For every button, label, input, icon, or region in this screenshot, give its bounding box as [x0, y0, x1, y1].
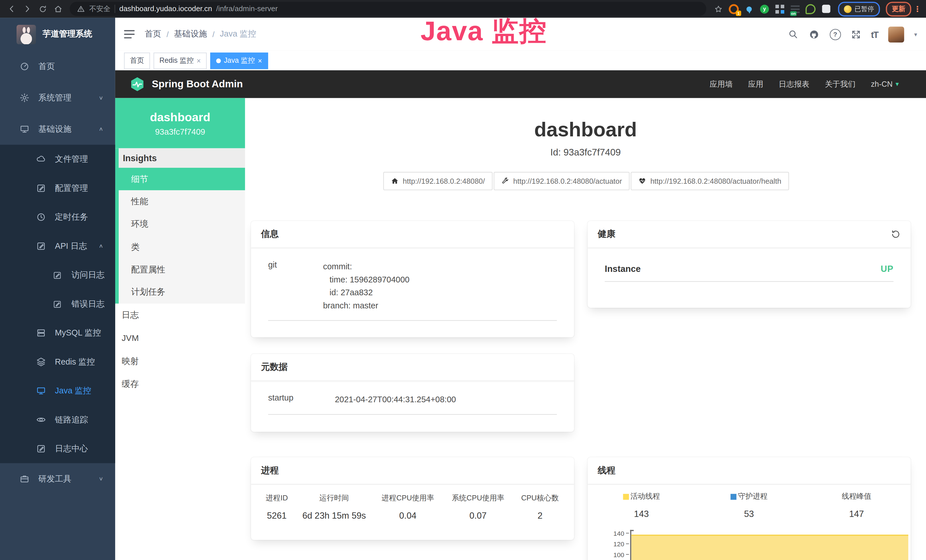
- health-instance-row: Instance UP: [605, 263, 893, 282]
- avatar[interactable]: [888, 26, 904, 42]
- side-menu-item-environment[interactable]: 环境: [119, 213, 245, 236]
- active-dot: [216, 58, 221, 63]
- side-menu-item-logfile[interactable]: 日志: [115, 304, 245, 327]
- panels-right-column: 健康 Instance UP 线程: [587, 221, 911, 560]
- sidebar-item-api-logs[interactable]: API 日志 ∧: [0, 232, 115, 260]
- service-url-button[interactable]: http://192.168.0.2:48080/: [383, 172, 493, 190]
- extension-list-icon[interactable]: on: [790, 4, 800, 14]
- side-menu-item-mappings[interactable]: 映射: [115, 350, 245, 372]
- not-secure-label[interactable]: 不安全: [89, 4, 110, 14]
- user-caret-icon[interactable]: ▾: [914, 31, 917, 38]
- sidebar-item-access-logs[interactable]: 访问日志: [0, 260, 115, 289]
- browser-menu-icon[interactable]: ⋮: [914, 5, 921, 14]
- side-menu-section-label: Insights: [119, 148, 245, 168]
- sidebar-item-error-logs[interactable]: 错误日志: [0, 289, 115, 318]
- profile-emoji-icon: [844, 5, 852, 13]
- sidebar-item-log-center[interactable]: 日志中心: [0, 434, 115, 463]
- breadcrumb-current: Java 监控: [220, 29, 256, 39]
- info-value: commit: time: 1596289704000 id: 27aa832 …: [323, 260, 557, 312]
- browser-update-button[interactable]: 更新: [886, 2, 911, 16]
- cloud-upload-icon: [34, 154, 47, 164]
- sba-nav-journal[interactable]: 日志报表: [779, 79, 809, 89]
- sidebar-item-trace[interactable]: 链路追踪: [0, 406, 115, 434]
- url-path[interactable]: /infra/admin-server: [216, 5, 278, 13]
- profile-paused-chip[interactable]: 已暂停: [838, 2, 880, 16]
- breadcrumb-infrastructure[interactable]: 基础设施: [174, 29, 207, 39]
- breadcrumb-separator: /: [166, 30, 169, 39]
- extension-puzzle-icon[interactable]: [821, 4, 831, 14]
- app-brand[interactable]: 芋道管理系统: [0, 18, 115, 51]
- health-url-button[interactable]: http://192.168.0.2:48080/actuator/health: [631, 172, 789, 190]
- search-icon[interactable]: [788, 29, 798, 39]
- panels-left-column: 信息 git commit: time: 1596289704000 id: 2…: [251, 221, 574, 560]
- browser-reload-icon[interactable]: [35, 2, 50, 16]
- bookmark-star-icon[interactable]: [711, 2, 725, 16]
- sidebar-item-scheduled-jobs[interactable]: 定时任务: [0, 203, 115, 232]
- metadata-startup-row: startup 2021-04-27T00:44:31.254+08:00: [268, 393, 557, 415]
- extension-c-icon[interactable]: 1: [729, 4, 738, 14]
- annotation-java-monitor: Java 监控: [421, 13, 547, 50]
- sba-language-select[interactable]: zh-CN ▾: [871, 80, 899, 89]
- y-axis-line: [630, 530, 631, 560]
- sidebar-item-java-monitor[interactable]: Java 监控: [0, 376, 115, 405]
- side-menu-item-scheduled-tasks[interactable]: 计划任务: [119, 281, 245, 304]
- browser-address-bar[interactable]: 不安全 dashboard.yudao.iocoder.cn/infra/adm…: [70, 2, 706, 16]
- sba-nav-wallboard[interactable]: 应用墙: [710, 79, 732, 89]
- sba-sidebar: dashboard 93a3fc7f7409 Insights 细节 性能 环境…: [115, 98, 245, 560]
- close-icon[interactable]: ×: [258, 56, 262, 65]
- side-menu-item-metrics[interactable]: 性能: [119, 190, 245, 213]
- close-icon[interactable]: ×: [197, 56, 201, 65]
- extension-grid-icon[interactable]: [775, 4, 785, 14]
- sidebar-item-home[interactable]: 首页: [0, 51, 115, 82]
- process-panel: 进程 进程ID 运行时间 进程CPU使用率 系统CPU使用率 CPU核心数: [251, 457, 574, 540]
- sba-brand[interactable]: Spring Boot Admin: [130, 76, 243, 92]
- wrench-icon: [501, 177, 509, 185]
- legend-live-threads: 活动线程 143: [587, 492, 695, 519]
- sidebar-item-dev-tools[interactable]: 研发工具 ∨: [0, 463, 115, 495]
- browser-forward-icon[interactable]: [20, 2, 34, 16]
- side-menu-item-details[interactable]: 细节: [115, 168, 245, 190]
- sidebar-item-redis-monitor[interactable]: Redis 监控: [0, 348, 115, 376]
- sidebar-item-system-mgmt[interactable]: 系统管理 ∨: [0, 82, 115, 114]
- sba-logo-icon: [130, 76, 145, 92]
- side-menu-item-caches[interactable]: 缓存: [115, 372, 245, 396]
- side-menu-section-insights: Insights 细节 性能 环境 类 配置属性 计划任务: [115, 148, 245, 304]
- sidebar-item-file-mgmt[interactable]: 文件管理: [0, 145, 115, 173]
- sba-content: dashboard Id: 93a3fc7f7409 http://192.16…: [245, 98, 926, 560]
- column-header: 系统CPU使用率: [443, 493, 513, 503]
- url-host[interactable]: dashboard.yudao.iocoder.cn: [119, 5, 212, 13]
- sidebar-item-config-mgmt[interactable]: 配置管理: [0, 174, 115, 203]
- extension-leaf-icon[interactable]: [806, 4, 816, 14]
- side-menu-item-config-props[interactable]: 配置属性: [119, 258, 245, 281]
- history-icon[interactable]: [891, 229, 900, 239]
- tag-home[interactable]: 首页: [124, 52, 150, 69]
- side-menu-item-classes[interactable]: 类: [119, 236, 245, 258]
- y-axis-tick: 120: [608, 541, 624, 547]
- page-instance-id: Id: 93a3fc7f7409: [245, 147, 926, 158]
- font-size-icon[interactable]: tT: [871, 29, 878, 39]
- actuator-url-button[interactable]: http://192.168.0.2:48080/actuator: [494, 172, 630, 190]
- column-header: 进程CPU使用率: [373, 493, 443, 503]
- browser-home-icon[interactable]: [51, 2, 65, 16]
- sba-body: dashboard 93a3fc7f7409 Insights 细节 性能 环境…: [115, 98, 926, 560]
- breadcrumb-separator: /: [212, 30, 215, 39]
- breadcrumb-home[interactable]: 首页: [145, 29, 161, 39]
- process-cpu: 0.04: [373, 510, 443, 520]
- github-icon[interactable]: [808, 29, 820, 40]
- tag-java-monitor[interactable]: Java 监控×: [210, 52, 268, 69]
- extension-pin-icon[interactable]: [744, 4, 754, 14]
- sidebar-item-infrastructure[interactable]: 基础设施 ∧: [0, 114, 115, 145]
- process-uptime: 6d 23h 15m 59s: [295, 510, 373, 520]
- instance-header[interactable]: dashboard 93a3fc7f7409: [115, 98, 245, 148]
- sba-nav-applications[interactable]: 应用: [748, 79, 763, 89]
- help-icon[interactable]: ?: [830, 29, 841, 40]
- threads-chart: 140 120 100: [587, 528, 911, 560]
- fullscreen-icon[interactable]: [851, 29, 861, 39]
- hamburger-icon[interactable]: [124, 30, 135, 38]
- side-menu-item-jvm[interactable]: JVM: [115, 327, 245, 350]
- browser-back-icon[interactable]: [5, 2, 19, 16]
- sba-nav-about[interactable]: 关于我们: [825, 79, 856, 89]
- tag-redis-monitor[interactable]: Redis 监控×: [153, 52, 206, 69]
- sidebar-item-mysql-monitor[interactable]: MySQL 监控: [0, 318, 115, 347]
- extension-y-icon[interactable]: y: [760, 4, 769, 14]
